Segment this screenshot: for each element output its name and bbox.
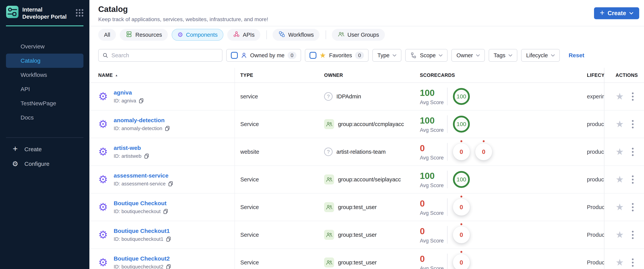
owner-name: artist-relations-team: [336, 149, 386, 155]
tab-label: Workflows: [288, 32, 314, 38]
copy-icon[interactable]: [166, 264, 172, 269]
column-lifecycle[interactable]: LIFECYCLE: [587, 72, 604, 78]
sidebar-configure-button[interactable]: ⚙Configure: [6, 157, 84, 171]
component-name-link[interactable]: anomaly-detection: [114, 117, 170, 124]
copy-icon[interactable]: [166, 236, 172, 242]
star-icon: ★: [320, 52, 326, 59]
type-filter-dropdown[interactable]: Type: [372, 49, 402, 62]
scorecard-badge[interactable]: 0: [475, 143, 492, 160]
row-menu-button[interactable]: [631, 257, 635, 268]
component-name-link[interactable]: artist-web: [114, 145, 150, 151]
scorecard-badge[interactable]: 0: [453, 199, 470, 216]
row-menu-button[interactable]: [631, 174, 635, 185]
lifecycle-filter-dropdown[interactable]: Lifecycle: [521, 49, 560, 62]
favorite-star-icon[interactable]: ★: [616, 119, 624, 129]
column-type[interactable]: TYPE: [240, 72, 253, 78]
scorecard-badge[interactable]: 0: [453, 226, 470, 243]
favorite-star-icon[interactable]: ★: [616, 92, 624, 101]
tab-apis[interactable]: APIs: [227, 29, 260, 41]
avg-score-label: Avg Score: [420, 155, 447, 161]
table-row[interactable]: ⚙ Boutique Checkout ID: boutiquecheckout…: [90, 194, 644, 221]
tab-components[interactable]: ⚙ Components: [172, 29, 224, 41]
lifecycle-value: Production: [584, 249, 604, 269]
owner-group-icon: [324, 119, 334, 129]
catalog-table: NAME ▲ TYPE OWNER SCORECARDS LIFECYCLE A…: [90, 68, 644, 269]
scope-filter-dropdown[interactable]: Scope: [405, 49, 448, 62]
search-input[interactable]: [111, 52, 218, 59]
component-name-link[interactable]: assessment-service: [114, 172, 174, 179]
row-menu-button[interactable]: [631, 91, 635, 102]
owned-by-me-filter[interactable]: Owned by me 0: [226, 49, 301, 62]
scorecard-badge[interactable]: 100: [453, 171, 470, 188]
brand-underline: [6, 25, 84, 26]
sidebar-item-workflows[interactable]: Workflows: [6, 68, 84, 82]
table-row[interactable]: ⚙ Boutique Checkout2 ID: boutiquecheckou…: [90, 249, 644, 269]
favorite-star-icon[interactable]: ★: [616, 258, 624, 267]
sidebar-create-button[interactable]: +Create: [6, 142, 84, 157]
column-scorecards[interactable]: SCORECARDS: [420, 72, 455, 78]
scorecard-badge[interactable]: 100: [453, 116, 470, 133]
owner-filter-dropdown[interactable]: Owner: [452, 49, 485, 62]
component-name-link[interactable]: Boutique Checkout2: [114, 255, 172, 262]
row-menu-button[interactable]: [631, 202, 635, 213]
component-id: ID: boutiquecheckout2: [114, 264, 164, 269]
copy-icon[interactable]: [168, 181, 174, 187]
search-box[interactable]: [98, 49, 222, 62]
favorites-count: 0: [355, 52, 364, 59]
row-menu-button[interactable]: [631, 119, 635, 129]
tab-divider: [266, 30, 267, 39]
sidebar-item-docs[interactable]: Docs: [6, 110, 84, 125]
table-row[interactable]: ⚙ anomaly-detection ID: anomaly-detectio…: [90, 110, 644, 138]
tags-filter-dropdown[interactable]: Tags: [489, 49, 517, 62]
sort-asc-icon[interactable]: ▲: [115, 74, 118, 77]
avg-score-value: 0: [420, 226, 447, 236]
component-gear-icon: ⚙: [98, 174, 108, 185]
tab-user-groups[interactable]: User Groups: [332, 29, 385, 41]
sidebar-item-testnewpage[interactable]: TestNewPage: [6, 96, 84, 110]
favorite-star-icon[interactable]: ★: [616, 175, 624, 184]
avg-score-value: 0: [420, 198, 447, 209]
reset-filters-link[interactable]: Reset: [569, 52, 584, 59]
component-name-link[interactable]: Boutique Checkout1: [114, 228, 172, 234]
table-row[interactable]: ⚙ agniva ID: agniva service ? IDPAdmin: [90, 83, 644, 110]
favorites-checkbox[interactable]: [310, 52, 316, 59]
favorite-star-icon[interactable]: ★: [616, 230, 624, 240]
table-row[interactable]: ⚙ assessment-service ID: assessment-serv…: [90, 166, 644, 194]
column-owner[interactable]: OWNER: [324, 72, 343, 78]
copy-icon[interactable]: [163, 209, 168, 214]
component-type: Service: [235, 260, 319, 266]
favorites-filter[interactable]: ★ Favorites 0: [305, 49, 368, 62]
favorite-star-icon[interactable]: ★: [616, 203, 624, 212]
copy-icon[interactable]: [144, 153, 150, 159]
owner-group-icon: [324, 258, 334, 268]
workflows-icon: [278, 31, 285, 39]
column-name[interactable]: NAME: [98, 72, 113, 78]
scorecard-badge[interactable]: 0: [453, 143, 470, 160]
sidebar-item-overview[interactable]: Overview: [6, 39, 84, 54]
component-name-link[interactable]: agniva: [114, 89, 144, 96]
copy-icon[interactable]: [164, 125, 170, 131]
component-name-link[interactable]: Boutique Checkout: [114, 200, 168, 207]
scorecard-badge[interactable]: 0: [453, 254, 470, 269]
component-type: Service: [235, 232, 319, 238]
create-button[interactable]: + Create: [594, 7, 639, 19]
tab-workflows[interactable]: Workflows: [272, 29, 320, 41]
avg-score-label: Avg Score: [420, 127, 447, 133]
sidebar-item-api[interactable]: API: [6, 82, 84, 96]
tab-resources[interactable]: Resources: [120, 29, 168, 41]
sidebar-nav: OverviewCatalogWorkflowsAPITestNewPageDo…: [6, 39, 84, 125]
copy-icon[interactable]: [138, 98, 144, 104]
sidebar-item-catalog[interactable]: Catalog: [6, 54, 84, 68]
lifecycle-value: production: [584, 166, 604, 193]
table-row[interactable]: ⚙ artist-web ID: artistweb website ? ar: [90, 138, 644, 166]
tab-all[interactable]: All: [98, 29, 116, 41]
scorecard-badge[interactable]: 100: [453, 88, 470, 105]
table-row[interactable]: ⚙ Boutique Checkout1 ID: boutiquecheckou…: [90, 221, 644, 249]
favorite-star-icon[interactable]: ★: [616, 147, 624, 156]
owned-by-me-checkbox[interactable]: [231, 52, 238, 59]
components-gear-icon: ⚙: [178, 31, 183, 38]
row-menu-button[interactable]: [631, 230, 635, 240]
scorecard-badges: 00: [448, 143, 492, 160]
row-menu-button[interactable]: [631, 147, 635, 157]
apps-grid-icon[interactable]: [75, 8, 84, 17]
